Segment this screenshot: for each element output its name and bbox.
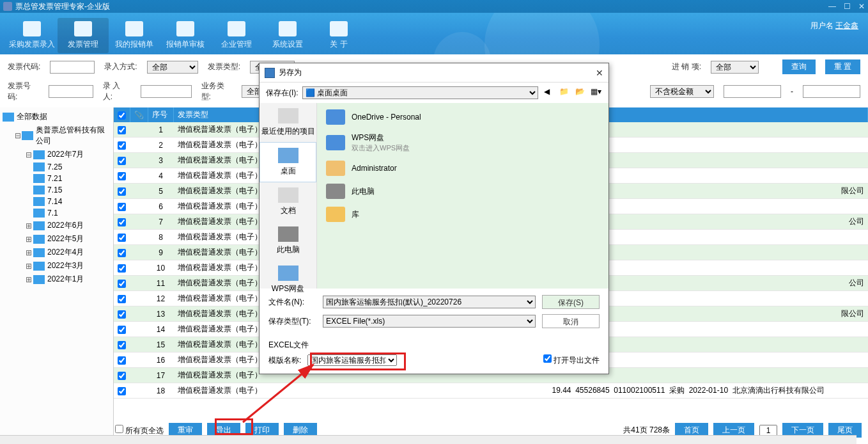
table-row: 18增值税普通发票（电子）19.44 45526845 011002100511… — [114, 383, 868, 399]
side-thispc[interactable]: 此电脑 — [260, 221, 316, 260]
file-item: 此电脑 — [320, 180, 606, 203]
tool-my-reimburse[interactable]: 我的报销单 — [109, 18, 160, 53]
highlight-export — [215, 418, 253, 435]
dialog-title: 另存为 — [279, 67, 302, 78]
dialog-icon — [265, 68, 275, 78]
tax-select[interactable]: 不含税金额 — [650, 85, 714, 98]
titlebar: 票总管发票管理专家-企业版 — ☐ ✕ — [0, 0, 868, 13]
app-title: 票总管发票管理专家-企业版 — [15, 1, 828, 12]
entry-mode-select[interactable]: 全部 — [147, 61, 198, 74]
file-list[interactable]: OneDrive - Personal WPS网盘双击进入WPS网盘 Admin… — [317, 103, 608, 289]
tool-enterprise[interactable]: 企业管理 — [211, 18, 262, 53]
invoice-code-input[interactable] — [50, 61, 95, 74]
tool-purchase-entry[interactable]: 采购发票录入 — [6, 18, 58, 53]
filetype-select[interactable]: EXCEL File(*.xls) — [323, 315, 536, 328]
user-link[interactable]: 王金鑫 — [835, 21, 858, 30]
open-export-checkbox[interactable]: 打开导出文件 — [543, 354, 600, 366]
side-documents[interactable]: 文档 — [260, 182, 316, 221]
highlight-template — [310, 353, 406, 370]
minimize-icon[interactable]: — — [828, 2, 836, 11]
file-item: WPS网盘双击进入WPS网盘 — [320, 129, 606, 157]
dialog-sidebar: 最近使用的项目 桌面 文档 此电脑 WPS网盘 — [260, 103, 317, 289]
back-icon[interactable]: ◀ — [544, 87, 555, 99]
invoice-no-input[interactable] — [49, 85, 93, 98]
reset-button[interactable]: 重 置 — [825, 59, 860, 74]
horizontal-scrollbar[interactable] — [0, 435, 856, 444]
page-input[interactable] — [759, 425, 777, 436]
side-recent[interactable]: 最近使用的项目 — [260, 103, 316, 142]
tool-about[interactable]: 关 于 — [313, 18, 364, 53]
user-info: 用户名 王金鑫 — [810, 20, 858, 31]
select-all-pages[interactable]: 所有页全选 — [115, 425, 164, 436]
dialog-cancel-button[interactable]: 取消 — [542, 314, 600, 328]
select-all-checkbox[interactable] — [118, 111, 126, 120]
amount-from-input[interactable] — [724, 85, 781, 98]
query-button[interactable]: 查询 — [782, 59, 816, 74]
tool-reimburse-audit[interactable]: 报销单审核 — [160, 18, 211, 53]
view-icon[interactable]: ▦▾ — [591, 87, 602, 99]
jx-select[interactable]: 全部 — [711, 61, 759, 74]
side-desktop[interactable]: 桌面 — [260, 142, 316, 182]
close-icon[interactable]: ✕ — [858, 2, 865, 11]
main-toolbar: 采购发票录入 发票管理 我的报销单 报销单审核 企业管理 系统设置 关 于 用户… — [0, 13, 868, 54]
file-item: OneDrive - Personal — [320, 106, 606, 129]
tool-invoice-manage[interactable]: 发票管理 — [58, 18, 109, 53]
file-item: 库 — [320, 203, 606, 226]
folder-tree[interactable]: 全部数据 ⊟奥普票总管科技有限公司 ⊟2022年7月 7.25 7.21 7.1… — [0, 107, 114, 444]
dialog-save-button[interactable]: 保存(S) — [542, 295, 600, 309]
filename-input[interactable]: 国内旅客运输服务抵扣(默认)_20220726 — [323, 296, 536, 308]
up-icon[interactable]: 📁 — [559, 87, 571, 99]
save-location-select[interactable]: 🟦 桌面桌面 — [302, 86, 538, 99]
tool-settings[interactable]: 系统设置 — [262, 18, 313, 53]
side-wps[interactable]: WPS网盘 — [260, 260, 316, 299]
file-item: Administrator — [320, 157, 606, 180]
dialog-close-icon[interactable]: ✕ — [596, 68, 603, 78]
maximize-icon[interactable]: ☐ — [844, 2, 851, 11]
save-as-dialog: 另存为 ✕ 保存在(I): 🟦 桌面桌面 ◀ 📁 📂 ▦▾ 最近使用的项目 桌面… — [259, 63, 609, 374]
amount-to-input[interactable] — [803, 85, 860, 98]
newfolder-icon[interactable]: 📂 — [575, 87, 587, 99]
app-icon — [3, 2, 12, 11]
entry-person-input[interactable] — [141, 85, 192, 98]
